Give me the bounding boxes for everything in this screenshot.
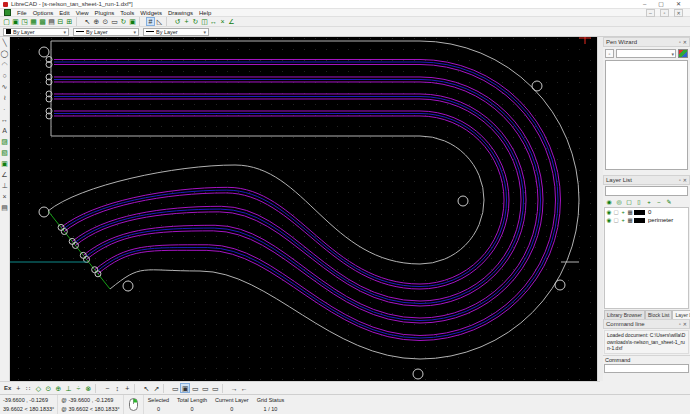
layer-row[interactable]: ◉▢+▦0 (605, 208, 688, 216)
lock-all-icon[interactable]: ▯ (635, 198, 643, 206)
tab-block-list[interactable]: Block List (645, 310, 672, 319)
layer-row[interactable]: ◉▢+▦perimeter (605, 216, 688, 224)
widget-statusbar-icon[interactable]: ▭ (170, 383, 180, 393)
angle-tool-icon[interactable]: ∠ (0, 169, 10, 180)
relative-zero-set-icon[interactable]: ↖ (141, 383, 151, 393)
trim-icon[interactable]: × (218, 17, 227, 26)
snap-intersection-icon[interactable]: ⊗ (83, 383, 93, 393)
help-icon[interactable]: + (620, 217, 626, 223)
snap-free-icon[interactable]: + (13, 383, 23, 393)
new-from-template-icon[interactable]: ▣ (11, 17, 20, 26)
bevel-icon[interactable]: ∠ (227, 17, 236, 26)
add-layer-icon[interactable]: + (645, 198, 653, 206)
zoom-auto-icon[interactable]: ▭ (110, 17, 119, 26)
unlock-all-icon[interactable]: ▢ (625, 198, 633, 206)
modify-layer-icon[interactable]: ✎ (665, 198, 673, 206)
dimension-icon[interactable]: ↔ (0, 114, 10, 125)
export-icon[interactable]: ▤ (47, 17, 56, 26)
draft-mode-icon[interactable]: ◺ (155, 17, 164, 26)
menu-edit[interactable]: Edit (59, 10, 69, 16)
line-icon[interactable]: ╲ (0, 37, 10, 48)
menu-file[interactable]: File (17, 10, 27, 16)
menu-widgets[interactable]: Widgets (140, 10, 162, 16)
print-icon[interactable]: ▦ (627, 217, 633, 223)
block-tool-icon[interactable]: ▣ (128, 17, 137, 26)
grid-toggle-icon[interactable]: # (146, 17, 155, 26)
help-icon[interactable]: + (620, 209, 626, 215)
close-dock-icon[interactable]: ✕ (683, 39, 687, 45)
close-dock-icon[interactable]: ✕ (683, 321, 687, 327)
close-button[interactable]: ✕ (676, 0, 681, 8)
spline-icon[interactable]: ∿ (0, 81, 10, 92)
restrict-nothing-icon[interactable]: − (102, 383, 112, 393)
relative-zero-lock-icon[interactable]: ↗ (151, 383, 161, 393)
redraw-icon[interactable]: ↻ (119, 17, 128, 26)
zoom-in-icon[interactable]: ⊕ (92, 17, 101, 26)
widget-top-dock-icon[interactable]: ▭ (200, 383, 210, 393)
menu-options[interactable]: Options (33, 10, 54, 16)
polyline-icon[interactable]: ≀ (0, 92, 10, 103)
selection-pointer-icon[interactable]: ↖ (83, 17, 92, 26)
hide-all-layers-icon[interactable]: ◎ (615, 198, 623, 206)
pen-wizard-color-button[interactable] (678, 49, 688, 58)
close-dock-icon[interactable]: ✕ (683, 177, 687, 183)
pen-wizard-combo[interactable]: ▾ (616, 49, 676, 58)
save-icon[interactable]: ▦ (29, 17, 38, 26)
tab-library-browser[interactable]: Library Browser (604, 310, 645, 319)
widget-bottom-dock-icon[interactable]: ▭ (210, 383, 220, 393)
move-icon[interactable]: + (182, 17, 191, 26)
snap-endpoint-icon[interactable]: ◇ (33, 383, 43, 393)
mdi-close-button[interactable]: ✕ (674, 9, 683, 17)
restrict-horizontal-icon[interactable]: + (122, 383, 132, 393)
stretch-icon[interactable]: ↔ (209, 17, 218, 26)
lock-icon[interactable]: ▢ (613, 217, 619, 223)
menu-view[interactable]: View (76, 10, 89, 16)
mirror-icon[interactable]: ◫ (200, 17, 209, 26)
print-icon[interactable]: ⊟ (56, 17, 65, 26)
text-icon[interactable]: A (0, 125, 10, 136)
pen-color-combo[interactable]: By Layer ▾ (3, 28, 69, 36)
pen-wizard-option-button[interactable]: ▫ (605, 49, 614, 58)
circle-icon[interactable]: ◯ (0, 48, 10, 59)
fullscreen-icon[interactable]: → (229, 383, 239, 393)
snap-middle-icon[interactable]: ⊥ (63, 383, 73, 393)
image-icon[interactable]: ▤ (0, 202, 10, 213)
undo-icon[interactable]: ↺ (173, 17, 182, 26)
tab-layer-list[interactable]: Layer List (672, 310, 690, 319)
snap-center-icon[interactable]: ⊕ (53, 383, 63, 393)
pen-width-combo[interactable]: By Layer ▾ (73, 28, 139, 36)
new-document-icon[interactable]: ▢ (2, 17, 11, 26)
rotate-icon[interactable]: ↻ (191, 17, 200, 26)
restrict-vertical-icon[interactable]: ↕ (112, 383, 122, 393)
print-icon[interactable]: ▦ (627, 209, 633, 215)
maximize-button[interactable]: ▢ (658, 0, 664, 8)
zoom-pan-icon[interactable]: ⊙ (101, 17, 110, 26)
ellipse-icon[interactable]: ○ (0, 70, 10, 81)
menu-tools[interactable]: Tools (120, 10, 134, 16)
widget-right-dock-icon[interactable]: ▭ (190, 383, 200, 393)
minimize-button[interactable]: – (643, 0, 646, 8)
snap-grid-icon[interactable]: ∷ (23, 383, 33, 393)
open-file-icon[interactable]: ◳ (20, 17, 29, 26)
layer-filter-input[interactable] (605, 186, 688, 196)
delete-icon[interactable]: × (0, 191, 10, 202)
remove-layer-icon[interactable]: − (655, 198, 663, 206)
pen-wizard-list[interactable] (605, 60, 688, 170)
ortho-icon[interactable]: ⊥ (0, 180, 10, 191)
arc-icon[interactable]: ◠ (0, 59, 10, 70)
lock-icon[interactable]: ▢ (613, 209, 619, 215)
hatch-icon[interactable]: ▨ (0, 136, 10, 147)
float-dock-icon[interactable]: ▫ (679, 177, 681, 183)
snap-distance-icon[interactable]: ÷ (73, 383, 83, 393)
mdi-restore-button[interactable]: ▫ (660, 9, 669, 17)
float-dock-icon[interactable]: ▫ (679, 39, 681, 45)
menu-drawings[interactable]: Drawings (168, 10, 193, 16)
hatch-solid-icon[interactable]: ▧ (0, 147, 10, 158)
command-input[interactable] (604, 364, 689, 373)
menu-plugins[interactable]: Plugins (95, 10, 115, 16)
snap-entity-icon[interactable]: ⊙ (43, 383, 53, 393)
pen-linetype-combo[interactable]: By Layer ▾ (143, 28, 209, 36)
show-all-layers-icon[interactable]: ◉ (605, 198, 613, 206)
eye-icon[interactable]: ◉ (606, 209, 612, 215)
float-dock-icon[interactable]: ▫ (679, 321, 681, 327)
